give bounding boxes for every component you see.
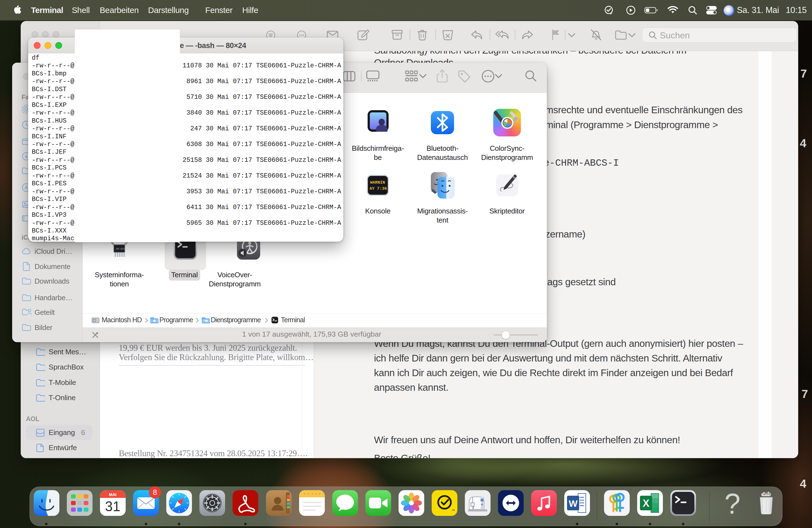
svg-text:AY 7:36: AY 7:36 <box>369 186 387 191</box>
svg-text:™: ™ <box>452 509 455 513</box>
svg-text:X: X <box>643 498 649 509</box>
svg-text:W: W <box>569 498 578 509</box>
svg-text:RM-NCE: RM-NCE <box>116 248 125 250</box>
svg-text:MAI: MAI <box>109 492 117 497</box>
svg-text:31: 31 <box>105 499 120 514</box>
svg-text:WARNIN: WARNIN <box>370 180 385 185</box>
